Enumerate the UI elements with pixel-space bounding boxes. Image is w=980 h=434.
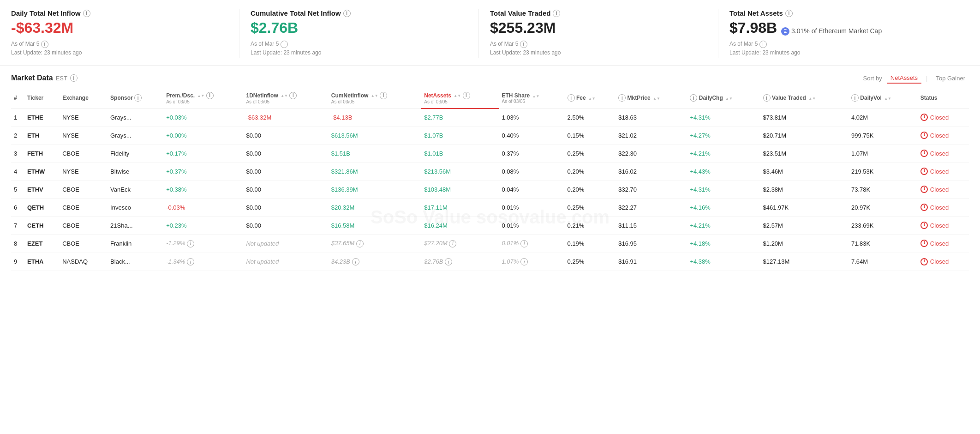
net-info[interactable]: i [445,258,452,265]
cell-daily-chg: +4.21% [687,217,760,235]
col-daily-vol[interactable]: i DailyVol ▲▼ [849,88,918,108]
dv-sort-arrows: ▲▼ [884,97,891,101]
clock-icon [920,186,928,193]
dv-info-icon[interactable]: i [851,94,859,102]
date-info-daily-net-inflow[interactable]: i [41,41,48,48]
cell-daily-chg: +4.43% [687,163,760,181]
col-daily-chg[interactable]: i DailyChg ▲▼ [687,88,760,108]
cell-daily-vol: 233.69K [849,217,918,235]
status-label: Closed [930,222,949,229]
col-net-assets[interactable]: NetAssets ▲▼ iAs of 03/05 [421,88,499,108]
mkt-info-icon[interactable]: i [618,94,626,102]
cell-prem: +0.23% [163,217,243,235]
cell-prem: +0.17% [163,145,243,163]
info-icon-total-value-traded[interactable]: i [553,10,560,17]
chg-sort-arrows: ▲▼ [725,97,733,101]
date-info-total-net-assets[interactable]: i [759,41,767,48]
sort-top-gainer[interactable]: Top Gainer [932,73,969,83]
market-info-icon[interactable]: i [70,74,78,82]
market-subtitle: EST [56,75,67,82]
col-prem[interactable]: Prem./Dsc. ▲▼ iAs of 03/05 [163,88,243,108]
cell-daily-vol: 7.64M [849,253,918,271]
net-info[interactable]: i [449,240,456,247]
status-badge: Closed [920,258,966,265]
cell-ticker: ETHV [24,181,60,199]
cell-eth-share: 0.01% i [499,235,565,253]
cell-fee: 0.15% [565,127,616,145]
eth-info[interactable]: i [520,240,528,247]
prem-info[interactable]: i [187,258,194,265]
vt-info-icon[interactable]: i [763,94,771,102]
1d-info-icon[interactable]: i [289,92,297,99]
sort-net-assets[interactable]: NetAssets [887,73,921,84]
cell-exchange: CBOE [60,181,108,199]
cell-daily-vol: 20.97K [849,199,918,217]
col-eth-share[interactable]: ETH Share ▲▼As of 03/05 [499,88,565,108]
cell-prem: -1.34% i [163,253,243,271]
cell-net-assets: $1.07B [421,127,499,145]
chg-info-icon[interactable]: i [690,94,697,102]
cell-prem: +0.00% [163,127,243,145]
status-label: Closed [930,150,949,157]
date-info-total-value-traded[interactable]: i [520,41,527,48]
metric-title-daily-net-inflow: Daily Total Net Inflow i [11,9,228,17]
cell-cum-inflow: $1.51B [329,145,421,163]
cell-mkt-price: $11.15 [615,217,687,235]
cell-fee: 0.19% [565,235,616,253]
net-info-icon[interactable]: i [463,92,470,99]
date-info-cumulative-net-inflow[interactable]: i [281,41,288,48]
cum-info-icon[interactable]: i [380,92,387,99]
col-value-traded[interactable]: i Value Traded ▲▼ [760,88,849,108]
cell-1d-inflow: Not updated [243,235,328,253]
cell-mkt-price: $22.27 [615,199,687,217]
info-icon-cumulative-net-inflow[interactable]: i [343,10,351,17]
col-mktprice[interactable]: i MktPrice ▲▼ [615,88,687,108]
cell-1d-inflow: $0.00 [243,145,328,163]
table-row: 7 CETH CBOE 21Sha... +0.23% $0.00 $16.58… [11,217,969,235]
cell-status: Closed [918,108,969,127]
table-row: 9 ETHA NASDAQ Black... -1.34% i Not upda… [11,253,969,271]
info-icon-total-net-assets[interactable]: i [785,10,793,17]
cell-status: Closed [918,235,969,253]
cum-info[interactable]: i [356,240,364,247]
market-title-text: Market Data [11,74,53,82]
table-row: 5 ETHV CBOE VanEck +0.38% $0.00 $136.39M… [11,181,969,199]
cell-ticker: ETHA [24,253,60,271]
info-icon-daily-net-inflow[interactable]: i [83,10,90,17]
eth-info[interactable]: i [520,258,528,265]
status-badge: Closed [920,222,966,229]
cell-daily-chg: +4.21% [687,145,760,163]
cell-daily-chg: +4.31% [687,181,760,199]
fee-sort-arrows: ▲▼ [588,97,596,101]
cell-status: Closed [918,145,969,163]
sponsor-info-icon[interactable]: i [134,94,142,102]
status-badge: Closed [920,132,966,139]
cell-cum-inflow: -$4.13B [329,108,421,127]
cell-mkt-price: $32.70 [615,181,687,199]
prem-info-icon[interactable]: i [206,92,214,99]
cum-sort-arrows: ▲▼ [371,94,378,98]
cell-1d-inflow: Not updated [243,253,328,271]
cell-num: 8 [11,235,24,253]
metrics-section: Daily Total Net Inflow i -$63.32M As of … [0,0,980,66]
col-1d-inflow[interactable]: 1DNetInflow ▲▼ iAs of 03/05 [243,88,328,108]
col-cum-inflow[interactable]: CumNetInflow ▲▼ iAs of 03/05 [329,88,421,108]
col-fee[interactable]: i Fee ▲▼ [565,88,616,108]
cell-sponsor: Fidelity [108,145,163,163]
cell-fee: 0.21% [565,217,616,235]
metric-card-total-value-traded: Total Value Traded i $255.23M As of Mar … [490,9,718,58]
prem-info[interactable]: i [187,240,194,247]
cell-cum-inflow: $16.58M [329,217,421,235]
cell-cum-inflow: $136.39M [329,181,421,199]
cell-exchange: NYSE [60,163,108,181]
cell-status: Closed [918,217,969,235]
cell-mkt-price: $21.02 [615,127,687,145]
cum-info[interactable]: i [352,258,359,265]
cell-value-traded: $2.38M [760,181,849,199]
cell-cum-inflow: $20.32M [329,199,421,217]
market-title: Market Data EST i [11,74,78,82]
cell-prem: +0.03% [163,108,243,127]
cell-num: 6 [11,199,24,217]
cell-num: 2 [11,127,24,145]
fee-info-icon[interactable]: i [568,94,575,102]
